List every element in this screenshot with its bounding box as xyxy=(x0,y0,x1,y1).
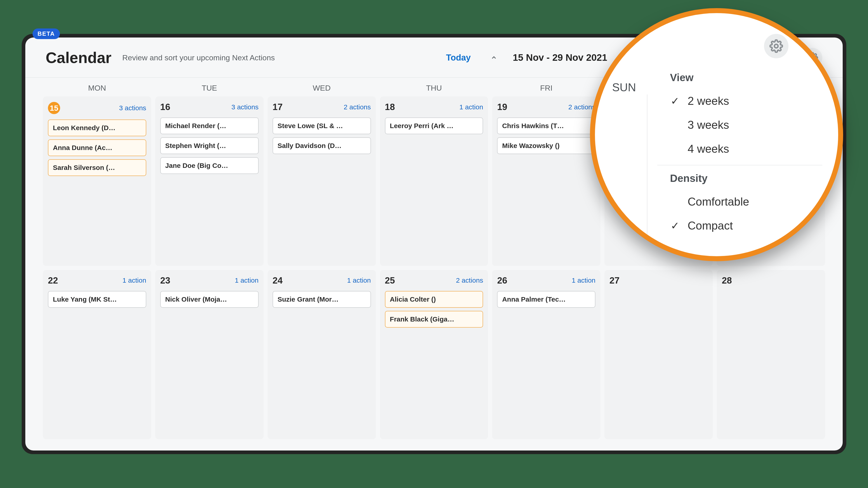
action-chip[interactable]: Steve Lowe (SL & … xyxy=(273,118,371,134)
action-chip[interactable]: Anna Palmer (Tec… xyxy=(497,291,595,308)
day-number: 27 xyxy=(610,275,620,286)
view-label: 2 weeks xyxy=(688,94,729,107)
day-cell: 252 actionsAlicia Colter ()Frank Black (… xyxy=(380,270,488,440)
day-cell: 241 actionSuzie Grant (Mor… xyxy=(268,270,376,440)
day-cell: 27 xyxy=(604,270,713,440)
action-chip[interactable]: Frank Black (Giga… xyxy=(385,311,483,328)
actions-count[interactable]: 1 action xyxy=(235,276,258,284)
actions-count[interactable]: 2 actions xyxy=(344,103,371,111)
actions-count[interactable]: 2 actions xyxy=(456,276,483,284)
action-chip[interactable]: Sarah Silverson (… xyxy=(48,159,146,176)
actions-count[interactable]: 1 action xyxy=(123,276,146,284)
day-cell: 28 xyxy=(717,270,825,440)
day-cell: 163 actionsMichael Render (…Stephen Wrig… xyxy=(155,96,264,266)
settings-menu: View ✓2 weeks3 weeks4 weeks Density Comf… xyxy=(657,60,822,249)
menu-divider xyxy=(657,165,822,165)
day-number: 28 xyxy=(722,275,732,286)
action-chip[interactable]: Michael Render (… xyxy=(160,118,258,134)
action-chip[interactable]: Luke Yang (MK St… xyxy=(48,291,146,308)
weekday-fri: FRI xyxy=(492,84,600,92)
view-label: 4 weeks xyxy=(688,142,729,156)
action-chip[interactable]: Stephen Wright (… xyxy=(160,137,258,154)
gear-icon xyxy=(770,39,783,53)
action-chip[interactable]: Alicia Colter () xyxy=(385,291,483,308)
column-divider xyxy=(647,94,647,261)
weekday-tue: TUE xyxy=(155,84,264,92)
check-icon: ✓ xyxy=(670,95,680,107)
day-cell: 192 actionsChris Hawkins (T…Mike Wazowsk… xyxy=(492,96,600,266)
actions-count[interactable]: 1 action xyxy=(347,276,371,284)
action-chip[interactable]: Jane Doe (Big Co… xyxy=(160,157,258,174)
day-cell: 221 actionLuke Yang (MK St… xyxy=(43,270,151,440)
settings-button-zoom[interactable] xyxy=(764,34,788,58)
day-number: 24 xyxy=(273,275,283,286)
density-label: Comfortable xyxy=(688,195,749,208)
day-cell: 231 actionNick Oliver (Moja… xyxy=(155,270,264,440)
date-range: 15 Nov - 29 Nov 2021 xyxy=(513,52,607,63)
today-button[interactable]: Today xyxy=(446,53,471,63)
day-cell: 181 actionLeeroy Perri (Ark … xyxy=(380,96,488,266)
action-chip[interactable]: Anna Dunne (Ac… xyxy=(48,139,146,156)
view-option[interactable]: 4 weeks xyxy=(657,137,822,161)
day-cell: 153 actionsLeon Kennedy (D…Anna Dunne (A… xyxy=(43,96,151,266)
day-number: 26 xyxy=(497,275,507,286)
view-option[interactable]: 3 weeks xyxy=(657,113,822,137)
density-label: Compact xyxy=(688,219,733,232)
day-number: 18 xyxy=(385,102,395,112)
page-title: Calendar xyxy=(46,49,112,66)
chevron-up-icon xyxy=(491,54,497,61)
actions-count[interactable]: 2 actions xyxy=(568,103,595,111)
action-chip[interactable]: Chris Hawkins (T… xyxy=(497,118,595,134)
action-chip[interactable]: Leeroy Perri (Ark … xyxy=(385,118,483,134)
actions-count[interactable]: 1 action xyxy=(459,103,483,111)
weekday-mon: MON xyxy=(43,84,151,92)
actions-count[interactable]: 1 action xyxy=(572,276,595,284)
action-chip[interactable]: Sally Davidson (D… xyxy=(273,137,371,154)
page-subtitle: Review and sort your upcoming Next Actio… xyxy=(122,53,275,62)
settings-callout: SUN View ✓2 weeks3 weeks4 weeks Density … xyxy=(590,8,843,261)
density-heading: Density xyxy=(657,169,822,190)
day-number: 16 xyxy=(160,102,170,112)
action-chip[interactable]: Mike Wazowsky () xyxy=(497,137,595,154)
beta-badge: BETA xyxy=(33,29,60,39)
density-option[interactable]: Comfortable xyxy=(657,190,822,214)
prev-period-button[interactable] xyxy=(488,52,500,63)
day-cell: 261 actionAnna Palmer (Tec… xyxy=(492,270,600,440)
actions-count[interactable]: 3 actions xyxy=(119,104,146,112)
day-number: 25 xyxy=(385,275,395,286)
action-chip[interactable]: Suzie Grant (Mor… xyxy=(273,291,371,308)
day-number: 22 xyxy=(48,275,58,286)
view-option[interactable]: ✓2 weeks xyxy=(657,89,822,113)
check-icon: ✓ xyxy=(670,220,680,232)
actions-count[interactable]: 3 actions xyxy=(231,103,258,111)
view-label: 3 weeks xyxy=(688,119,729,131)
day-number: 17 xyxy=(273,102,283,112)
weekday-thu: THU xyxy=(380,84,488,92)
weekday-sun-zoom: SUN xyxy=(612,81,636,94)
action-chip[interactable]: Leon Kennedy (D… xyxy=(48,120,146,136)
weekday-wed: WED xyxy=(268,84,376,92)
action-chip[interactable]: Nick Oliver (Moja… xyxy=(160,291,258,308)
svg-point-1 xyxy=(774,44,778,48)
view-heading: View xyxy=(657,69,822,89)
day-number: 19 xyxy=(497,102,507,112)
day-number: 23 xyxy=(160,275,170,286)
day-number-today: 15 xyxy=(48,102,60,114)
day-cell: 172 actionsSteve Lowe (SL & …Sally David… xyxy=(268,96,376,266)
